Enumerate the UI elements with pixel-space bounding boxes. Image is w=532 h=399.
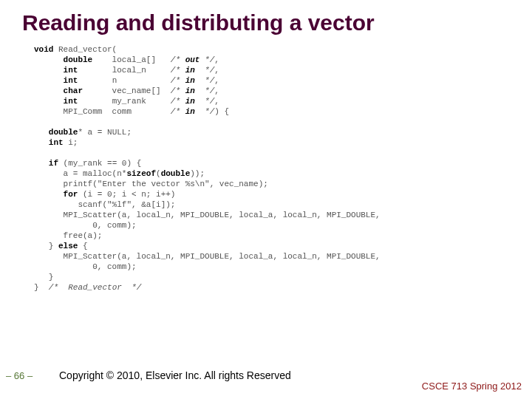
c: in: [185, 66, 205, 75]
kw-int: int: [34, 66, 78, 75]
t: }: [34, 242, 58, 250]
t: vec_name[]: [83, 86, 171, 95]
kw-sizeof: sizeof: [126, 169, 156, 178]
c: /*: [171, 86, 185, 95]
t: Read_vector(: [53, 45, 117, 54]
t: (my_rank == 0) {: [58, 159, 141, 168]
t: ,: [214, 66, 219, 75]
c: */: [205, 66, 214, 75]
course-footer: CSCE 713 Spring 2012: [422, 381, 522, 392]
c: /*: [171, 55, 185, 64]
c: in: [185, 97, 205, 106]
c: */: [205, 107, 214, 116]
kw-void: void: [34, 45, 53, 54]
t: ,: [214, 97, 219, 106]
c: */: [205, 86, 214, 95]
t: ,: [214, 55, 219, 64]
c: */: [205, 76, 214, 85]
t: * a = NULL;: [78, 128, 132, 137]
c: /*: [171, 76, 185, 85]
c: /* Read_vector */: [49, 283, 141, 292]
kw-int: int: [34, 138, 64, 147]
kw-double: double: [34, 128, 78, 137]
c: /*: [171, 97, 185, 106]
c: out: [185, 55, 205, 64]
t: my_rank: [78, 97, 170, 106]
t: ,: [214, 86, 219, 95]
t: a = malloc(n*: [34, 169, 126, 178]
t: scanf("%lf", &a[i]);: [34, 200, 175, 209]
t: (i = 0; i < n; i++): [78, 190, 175, 199]
t: }: [34, 283, 49, 292]
page-number: – 66 –: [6, 370, 33, 381]
t: }: [34, 273, 53, 282]
t: local_a[]: [92, 55, 171, 64]
kw-int: int: [34, 76, 78, 85]
t: i;: [64, 138, 78, 147]
c: */: [205, 97, 214, 106]
kw-double: double: [161, 169, 191, 178]
t: MPI_Scatter(a, local_n, MPI_DOUBLE, loca…: [34, 211, 381, 219]
t: free(a);: [34, 231, 102, 240]
c: in: [185, 86, 205, 95]
kw-char: char: [34, 86, 83, 95]
c: in: [185, 76, 205, 85]
code-block: void Read_vector( double local_a[] /* ou…: [34, 44, 525, 293]
t: {: [78, 242, 87, 250]
t: (: [156, 169, 161, 178]
c: /*: [171, 66, 185, 75]
t: 0, comm);: [34, 262, 137, 271]
t: printf("Enter the vector %s\n", vec_name…: [34, 180, 268, 188]
t: MPI_Comm comm: [34, 107, 171, 116]
slide: Reading and distributing a vector void R…: [0, 0, 532, 399]
t: ));: [190, 169, 205, 178]
kw-for: for: [34, 190, 78, 199]
t: MPI_Scatter(a, local_n, MPI_DOUBLE, loca…: [34, 252, 381, 261]
t: ,: [214, 76, 219, 85]
t: n: [78, 76, 170, 85]
t: 0, comm);: [34, 221, 137, 230]
t: ) {: [214, 107, 229, 116]
kw-if: if: [34, 159, 58, 168]
t: local_n: [78, 66, 170, 75]
kw-int: int: [34, 97, 78, 106]
copyright: Copyright © 2010, Elsevier Inc. All righ…: [59, 369, 291, 381]
c: in: [185, 107, 205, 116]
kw-double: double: [34, 55, 92, 64]
kw-else: else: [58, 242, 78, 250]
c: /*: [171, 107, 185, 116]
slide-title: Reading and distributing a vector: [22, 10, 510, 35]
c: */: [205, 55, 214, 64]
